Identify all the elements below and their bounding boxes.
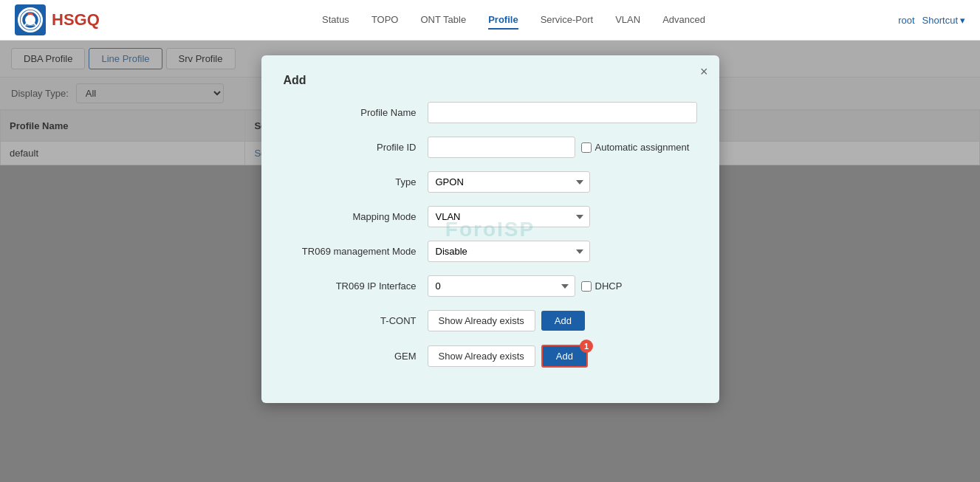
type-select[interactable]: GPON (428, 171, 590, 193)
tr069-mgmt-select[interactable]: Disable (428, 241, 590, 262)
nav-status[interactable]: Status (322, 11, 349, 30)
logo-icon (15, 4, 46, 35)
tcont-label: T-CONT (284, 315, 417, 326)
nav-shortcut[interactable]: Shortcut ▾ (922, 15, 965, 26)
tr069-ip-select[interactable]: 0 (428, 275, 575, 297)
tr069-ip-label: TR069 IP Interface (284, 280, 417, 292)
nav-service-port[interactable]: Service-Port (541, 11, 594, 30)
nav-advanced[interactable]: Advanced (662, 11, 705, 30)
gem-badge: 1 (580, 340, 593, 353)
tcont-row: T-CONT Show Already exists Add (284, 310, 697, 331)
type-row: Type GPON (284, 171, 697, 193)
mapping-mode-row: Mapping Mode VLAN (284, 206, 697, 227)
profile-name-input[interactable] (428, 102, 697, 123)
dhcp-text: DHCP (595, 280, 623, 292)
nav-right: root Shortcut ▾ (898, 15, 965, 26)
auto-assignment-checkbox[interactable] (581, 142, 592, 153)
gem-inline: Show Already exists Add 1 (428, 345, 697, 368)
svg-point-1 (27, 13, 33, 18)
logo-text: HSGQ (52, 10, 100, 30)
modal-overlay: ForoISP Add × Profile Name Profile ID Au… (0, 41, 980, 482)
gem-show-exists-btn[interactable]: Show Already exists (428, 345, 535, 367)
tr069-ip-row: TR069 IP Interface 0 DHCP (284, 275, 697, 297)
profile-name-row: Profile Name (284, 102, 697, 123)
nav-topo[interactable]: TOPO (371, 11, 399, 30)
dhcp-checkbox[interactable] (581, 281, 592, 292)
tr069-mgmt-label: TR069 management Mode (284, 246, 417, 257)
tcont-inline: Show Already exists Add (428, 310, 697, 331)
modal-title: Add (284, 74, 697, 87)
nav-links: Status TOPO ONT Table Profile Service-Po… (129, 11, 898, 30)
logo-area: HSGQ (15, 4, 100, 35)
nav-user: root (898, 15, 914, 26)
nav-profile[interactable]: Profile (488, 11, 518, 30)
profile-id-row: Profile ID Automatic assignment (284, 137, 697, 158)
gem-label: GEM (284, 351, 417, 362)
gem-add-wrapper: Add 1 (541, 345, 588, 368)
top-nav: HSGQ Status TOPO ONT Table Profile Servi… (0, 0, 980, 41)
tr069-mgmt-row: TR069 management Mode Disable (284, 241, 697, 262)
mapping-mode-select[interactable]: VLAN (428, 206, 590, 227)
tcont-show-exists-btn[interactable]: Show Already exists (428, 310, 535, 331)
svg-point-0 (21, 11, 39, 29)
main-content: DBA Profile Line Profile Srv Profile Dis… (0, 41, 980, 482)
tcont-add-button[interactable]: Add (541, 311, 585, 331)
nav-ont-table[interactable]: ONT Table (420, 11, 466, 30)
profile-id-input[interactable] (428, 137, 575, 158)
nav-vlan[interactable]: VLAN (615, 11, 640, 30)
add-modal: ForoISP Add × Profile Name Profile ID Au… (261, 55, 719, 403)
profile-name-label: Profile Name (284, 107, 417, 118)
profile-id-label: Profile ID (284, 142, 417, 153)
gem-row: GEM Show Already exists Add 1 (284, 345, 697, 368)
modal-close-button[interactable]: × (700, 64, 708, 80)
mapping-mode-label: Mapping Mode (284, 211, 417, 222)
dhcp-label: DHCP (581, 280, 623, 292)
type-label: Type (284, 176, 417, 187)
auto-assignment-text: Automatic assignment (595, 142, 690, 153)
auto-assignment-label: Automatic assignment (581, 142, 690, 153)
profile-id-inline: Automatic assignment (428, 137, 697, 158)
tr069-ip-inline: 0 DHCP (428, 275, 697, 297)
